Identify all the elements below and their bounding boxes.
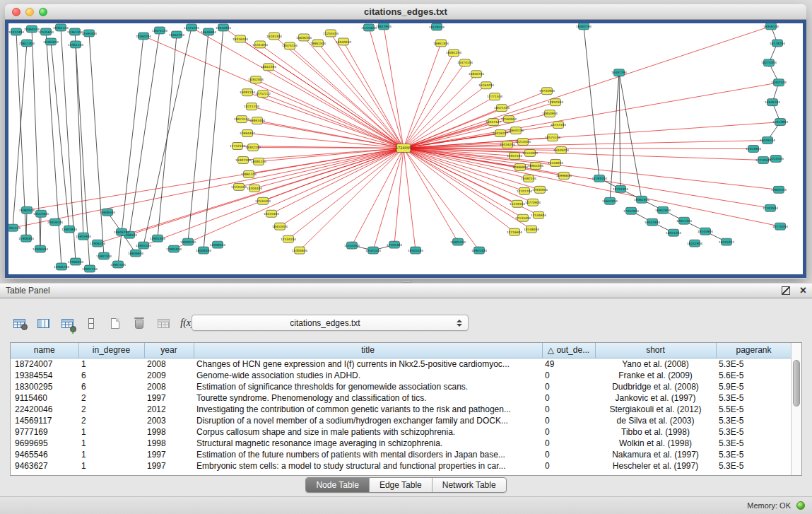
graph-node[interactable]: 14840704: [469, 71, 484, 78]
graph-node[interactable]: 10996604: [556, 172, 572, 179]
graph-node[interactable]: 16008304: [196, 247, 211, 254]
graph-node[interactable]: 15724604: [361, 24, 377, 31]
graph-node[interactable]: 16946104: [765, 99, 780, 106]
column-header[interactable]: short: [595, 343, 716, 358]
graph-node[interactable]: 1724095: [396, 144, 411, 153]
graph-node[interactable]: 16483604: [43, 38, 59, 45]
graph-node[interactable]: 17752104: [230, 143, 245, 150]
graph-node[interactable]: 18255404: [264, 210, 279, 217]
graph-node[interactable]: 10770904: [525, 199, 541, 206]
graph-node[interactable]: 12216604: [507, 228, 522, 235]
graph-node[interactable]: 19907104: [82, 265, 98, 272]
graph-node[interactable]: 16961304: [433, 40, 449, 47]
graph-node[interactable]: 18312404: [8, 28, 24, 35]
graph-node[interactable]: 19734904: [539, 88, 555, 95]
graph-node[interactable]: 16905104: [450, 238, 466, 245]
graph-node[interactable]: 16049104: [760, 137, 775, 144]
graph-node[interactable]: 13861104: [241, 170, 257, 177]
graph-node[interactable]: 11907304: [96, 252, 112, 259]
graph-node[interactable]: 16081204: [251, 158, 266, 165]
table-row[interactable]: 1872400712008Changes of HCN gene express…: [11, 358, 791, 370]
graph-node[interactable]: 15905104: [136, 242, 151, 249]
graph-node[interactable]: 17505304: [387, 241, 402, 248]
tab-node-table[interactable]: Node Table: [306, 478, 370, 492]
float-panel-icon[interactable]: [782, 286, 790, 295]
graph-node[interactable]: 26360504: [19, 206, 35, 214]
graph-node[interactable]: 16942304: [169, 31, 184, 38]
column-header[interactable]: title: [194, 343, 542, 358]
graph-node[interactable]: 18051304: [666, 229, 681, 236]
graph-node[interactable]: 19008104: [180, 238, 196, 245]
graph-node[interactable]: 11906304: [18, 235, 34, 242]
new-column-button[interactable]: [58, 315, 76, 332]
close-window-icon[interactable]: [12, 8, 20, 16]
table-row[interactable]: 1830029562008Estimation of significance …: [11, 381, 791, 392]
graph-node[interactable]: 18812304: [261, 64, 276, 71]
graph-node[interactable]: 16453404: [272, 223, 288, 230]
new-table-button[interactable]: [106, 315, 124, 332]
delete-table-button[interactable]: [130, 315, 148, 332]
table-row[interactable]: 969969511998Structural magnetic resonanc…: [11, 438, 791, 449]
column-header[interactable]: pagerank: [716, 343, 791, 358]
table-row[interactable]: 1456911722003Disruption of a novel membe…: [11, 415, 791, 426]
graph-node[interactable]: 15721204: [184, 24, 199, 31]
graph-node[interactable]: 17930904: [532, 186, 548, 193]
graph-node[interactable]: 15249104: [510, 200, 525, 207]
graph-node[interactable]: 14342504: [771, 79, 787, 86]
tab-edge-table[interactable]: Edge Table: [370, 478, 433, 492]
close-panel-icon[interactable]: ×: [800, 286, 806, 295]
graph-node[interactable]: 15474104: [457, 59, 473, 66]
graph-node[interactable]: 14957504: [507, 152, 522, 159]
graph-node[interactable]: 17771504: [487, 93, 502, 100]
column-header[interactable]: △ out_de...: [542, 343, 595, 358]
table-row[interactable]: 1938455462009Genome-wide association stu…: [11, 370, 791, 381]
graph-node[interactable]: 19553404: [33, 210, 49, 217]
graph-node[interactable]: 16770204: [772, 223, 788, 230]
graph-node[interactable]: 12535604: [38, 28, 54, 35]
scrollbar-thumb[interactable]: [793, 360, 800, 407]
graph-node[interactable]: 18073104: [234, 116, 249, 123]
graph-node[interactable]: 14636304: [296, 34, 312, 41]
graph-node[interactable]: 13906504: [33, 245, 48, 252]
graph-node[interactable]: 18571504: [494, 105, 510, 112]
graph-node[interactable]: 13594404: [81, 30, 97, 37]
graph-node[interactable]: 16164204: [478, 82, 494, 89]
graph-node[interactable]: 16483794: [576, 23, 592, 30]
graph-node[interactable]: 10994407: [240, 130, 255, 137]
graph-node[interactable]: 12752112: [255, 90, 271, 98]
graph-node[interactable]: 16242904: [687, 240, 702, 247]
graph-node[interactable]: 16061204: [446, 49, 461, 57]
graph-node[interactable]: 16606904: [128, 250, 143, 257]
graph-node[interactable]: 16128104: [429, 23, 445, 30]
graph-node[interactable]: 20360104: [24, 25, 40, 33]
graph-node[interactable]: 18613904: [376, 23, 392, 30]
graph-node[interactable]: 18274304: [761, 59, 777, 66]
graph-node[interactable]: 19861504: [310, 40, 326, 47]
graph-node[interactable]: 17234404: [231, 183, 247, 190]
graph-node[interactable]: 16016207: [493, 130, 508, 137]
graph-node[interactable]: 15154404: [344, 242, 360, 249]
graph-node[interactable]: 15304604: [292, 247, 307, 254]
graph-node[interactable]: 19361104: [53, 24, 69, 31]
graph-node[interactable]: 18757104: [551, 122, 566, 129]
table-row[interactable]: 946362711997Embryonic stem cells: a mode…: [11, 460, 791, 472]
table-row[interactable]: 946554611997Estimation of the future num…: [11, 449, 791, 460]
graph-node[interactable]: 29059104: [47, 218, 63, 226]
graph-node[interactable]: 15953804: [772, 119, 788, 126]
graph-node[interactable]: 16646904: [201, 28, 216, 35]
graph-node[interactable]: 12201654: [252, 41, 268, 48]
graph-node[interactable]: 20606504: [100, 209, 115, 216]
row-height-button[interactable]: [82, 315, 100, 332]
graph-node[interactable]: 12707704: [517, 187, 532, 194]
graph-node[interactable]: 16487794: [611, 69, 627, 76]
graph-node[interactable]: 12534604: [531, 211, 546, 218]
graph-node[interactable]: 14850904: [542, 110, 558, 117]
graph-node[interactable]: 15905904: [76, 233, 91, 240]
zoom-window-icon[interactable]: [39, 8, 47, 16]
graph-node[interactable]: 17534104: [281, 235, 296, 243]
graph-node[interactable]: 16128204: [770, 40, 785, 47]
graph-node[interactable]: 19307104: [235, 156, 251, 163]
table-row[interactable]: 911546021997Tourette syndrome. Phenomeno…: [11, 392, 791, 404]
table-selector[interactable]: citations_edges.txt: [192, 315, 469, 331]
graph-node[interactable]: 12160904: [501, 116, 517, 123]
